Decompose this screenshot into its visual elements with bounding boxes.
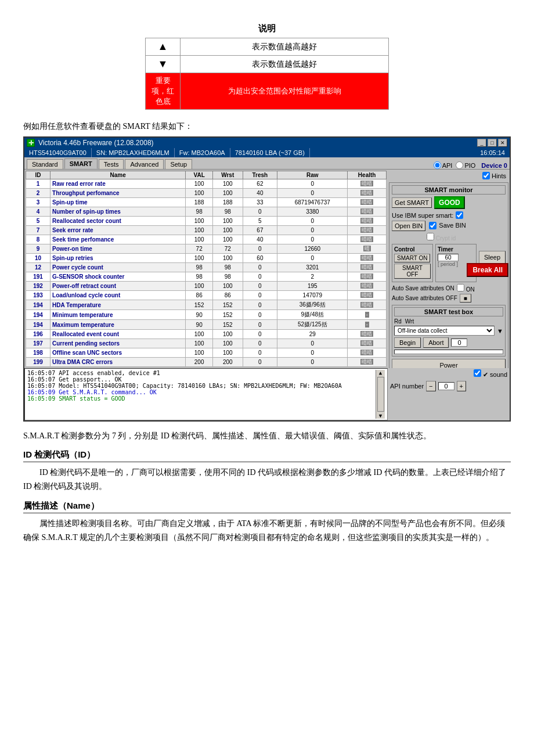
api-plus-button[interactable]: + (457, 381, 466, 391)
smart-off-row: SMART OFF (394, 264, 431, 279)
save-bin-checkbox[interactable] (429, 222, 436, 229)
smart-on-off: SMART ON (394, 254, 431, 262)
cell-id: 10 (26, 254, 50, 263)
titlebar-controls[interactable]: _ □ ✕ (477, 139, 507, 147)
ibm-row: Use IBM super smart: (392, 211, 506, 219)
cell-id: 2 (26, 189, 50, 198)
abort-button[interactable]: Abort (423, 337, 449, 348)
cell-val: 100 (186, 217, 213, 226)
id-heading-span: ID (78, 449, 86, 459)
get-smart-button[interactable]: Get SMART (392, 197, 432, 208)
col-raw: Raw (277, 171, 348, 179)
cell-name: HDA Temperature (50, 300, 186, 310)
tab-standard[interactable]: Standard (27, 159, 63, 169)
cell-id: 8 (26, 235, 50, 244)
cell-health: 晴晴 (348, 254, 387, 263)
bin-row: Open BIN Save BIN (392, 221, 506, 231)
cell-raw: 68719476737 (277, 198, 348, 207)
cell-tresh: 0 (243, 207, 277, 217)
begin-button[interactable]: Begin (394, 337, 421, 348)
hints-checkbox[interactable]: Hints (482, 172, 506, 179)
cell-name: Power-on time (50, 244, 186, 254)
name-heading-span: Name (67, 501, 91, 510)
cell-health: 晴晴 (348, 198, 387, 207)
health-badge: 晴晴 (360, 218, 373, 224)
cell-raw: 2 (277, 272, 348, 282)
api-option[interactable]: API (434, 161, 453, 169)
cell-raw: 0 (277, 179, 348, 189)
health-badge: 晴晴 (360, 340, 373, 346)
scroll-thumb (377, 377, 384, 412)
cell-id: 5 (26, 217, 50, 226)
cell-tresh: 0 (243, 339, 277, 348)
smart-off-button[interactable]: SMART OFF (394, 264, 431, 279)
smart-test-box-title: SMART test box (394, 307, 503, 316)
col-health: Health (348, 171, 387, 179)
break-all-button[interactable]: Break All (467, 263, 508, 277)
scroll-down-icon[interactable]: ▼ (379, 413, 382, 419)
app-title: Victoria 4.46b Freeware (12.08.2008) (38, 139, 154, 147)
timer-input[interactable] (438, 254, 459, 261)
table-row: 9 Power-on time 72 72 0 12660 晴 (26, 244, 387, 254)
cell-wrst: 200 (212, 358, 243, 367)
titlebar-left: ✛ Victoria 4.46b Freeware (12.08.2008) (27, 139, 154, 147)
cell-wrst: 100 (212, 339, 243, 348)
minimize-button[interactable]: _ (477, 139, 486, 147)
legend-title: 说明 (145, 23, 389, 34)
begin-abort-row: Begin Abort (394, 337, 503, 348)
tab-tests[interactable]: Tests (99, 159, 124, 169)
close-button[interactable]: ✕ (498, 139, 507, 147)
log-scrollbar[interactable]: ▲ ▼ (376, 370, 385, 419)
abort-value-input[interactable] (451, 339, 467, 347)
health-badge: 晴晴 (360, 350, 373, 355)
legend-red-text: 为超出安全范围会对性能严重影响 (181, 73, 389, 110)
tab-smart[interactable]: SMART (64, 159, 98, 169)
cell-val: 98 (186, 207, 213, 217)
cell-id: 7 (26, 226, 50, 235)
ibm-checkbox[interactable] (456, 211, 463, 219)
smart-on-button[interactable]: SMART ON (394, 254, 430, 262)
cell-id: 194 (26, 300, 50, 310)
crypt-id-checkbox[interactable] (427, 233, 434, 240)
api-pio-select: API PIO Device 0 (434, 161, 507, 169)
auto-save-on-checkbox[interactable] (457, 284, 464, 291)
table-header-row: ID Name VAL Wrst Tresh Raw Health (26, 171, 387, 179)
cell-name: Reallocated sector count (50, 217, 186, 226)
cell-val: 188 (186, 198, 213, 207)
health-badge: 晴晴 (360, 292, 373, 298)
log-line: 16:05:07 API access enabled, device #1 (27, 370, 376, 376)
scroll-up-icon[interactable]: ▲ (379, 370, 382, 376)
col-name: Name (50, 171, 186, 179)
cell-raw: 0 (277, 358, 348, 367)
cell-tresh: 0 (243, 272, 277, 282)
hints-row: Hints (389, 171, 508, 181)
test-select[interactable]: Off-line data collect (394, 326, 495, 336)
smart-monitor-title: SMART monitor (392, 185, 506, 195)
api-number-input[interactable] (438, 382, 454, 390)
open-bin-button[interactable]: Open BIN (392, 221, 425, 231)
cell-wrst: 100 (212, 282, 243, 291)
legend-row-up: ▲ 表示数值越高越好 (146, 38, 389, 56)
api-number-row: API number − + (388, 380, 510, 393)
tab-setup[interactable]: Setup (165, 159, 192, 169)
cell-wrst: 86 (212, 291, 243, 300)
smart-test-box: SMART test box Rd Wrt Off-line data coll… (392, 305, 506, 357)
sound-checkbox[interactable] (474, 369, 481, 377)
auto-save-off-toggle[interactable]: ■ (460, 294, 471, 303)
table-row: 10 Spin-up retries 100 100 60 0 晴晴 (26, 254, 387, 263)
api-minus-button[interactable]: − (426, 381, 435, 391)
intro-text: 例如用任意软件查看硬盘的 SMART 结果如下： (23, 121, 511, 132)
tab-advanced[interactable]: Advanced (125, 159, 164, 169)
cell-wrst: 100 (212, 226, 243, 235)
pio-option[interactable]: PIO (456, 161, 475, 169)
use-ibm-label: Use IBM super smart: (392, 212, 453, 219)
sleep-button[interactable]: Sleep (479, 251, 506, 264)
crypt-id-row: Crypt id (427, 233, 506, 242)
sound-checkbox-label[interactable]: ✔ sound (474, 369, 507, 379)
maximize-button[interactable]: □ (488, 139, 497, 147)
cell-name: Power-off retract count (50, 282, 186, 291)
cell-tresh: 33 (243, 198, 277, 207)
log-right-panel: ✔ sound API number − + (388, 368, 510, 420)
good-button[interactable]: GOOD (434, 196, 465, 209)
id-heading-text2: ） (86, 449, 95, 459)
